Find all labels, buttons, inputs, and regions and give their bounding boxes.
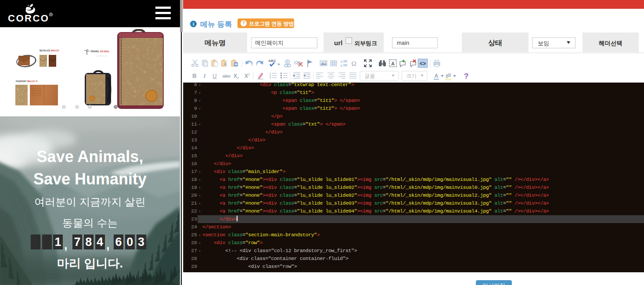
svg-text:3: 3	[270, 76, 271, 79]
svg-text:U: U	[212, 72, 216, 79]
svg-text:2: 2	[248, 72, 250, 76]
svg-text:<>: <>	[420, 61, 426, 67]
svg-text:A: A	[391, 61, 395, 66]
svg-text:A: A	[340, 64, 343, 68]
svg-text:A: A	[434, 72, 439, 79]
svg-text:글꼴: 글꼴	[364, 73, 375, 79]
svg-text:W: W	[234, 62, 238, 66]
svg-text:?: ?	[464, 72, 468, 80]
svg-text:abe: abe	[223, 73, 230, 79]
svg-text:A: A	[223, 61, 227, 67]
svg-text:A: A	[340, 60, 343, 64]
svg-text:B: B	[192, 72, 196, 79]
svg-text:Ω: Ω	[351, 60, 356, 67]
svg-text:ABC: ABC	[268, 59, 276, 63]
svg-text:크기: 크기	[406, 73, 417, 79]
svg-text:I: I	[203, 72, 206, 79]
svg-text:2: 2	[237, 76, 239, 80]
